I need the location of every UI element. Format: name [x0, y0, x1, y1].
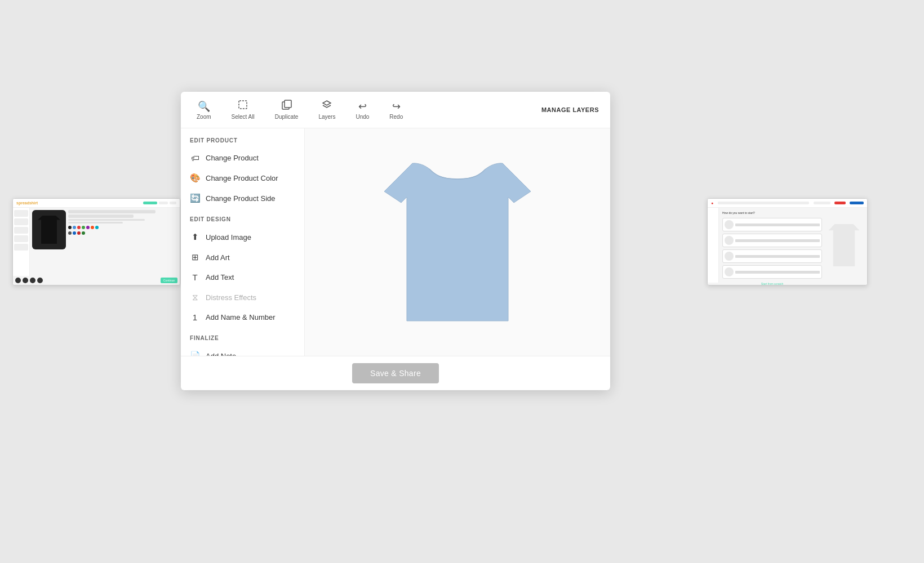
modal-body: EDIT PRODUCT 🏷 Change Product 🎨 Change P…	[181, 128, 610, 356]
manage-layers-label: MANAGE LAYERS	[541, 106, 599, 113]
finalize-title: FINALIZE	[181, 335, 304, 346]
canvas-area	[305, 128, 610, 356]
redo-icon: ↪	[392, 100, 401, 113]
add-art-icon: ⊞	[190, 252, 200, 262]
add-name-number-label: Add Name & Number	[206, 313, 276, 321]
tshirt-preview	[379, 146, 536, 338]
add-art-label: Add Art	[206, 253, 230, 262]
upload-image-icon: ⬆	[190, 232, 200, 242]
save-bar: Save & Share	[181, 356, 610, 390]
toolbar: 🔍 Zoom Select All Duplicate	[181, 92, 610, 128]
add-text-label: Add Text	[206, 273, 234, 282]
change-product-color-icon: 🎨	[190, 173, 200, 183]
distress-effects-label: Distress Effects	[206, 293, 256, 302]
duplicate-label: Duplicate	[275, 114, 299, 120]
left-thumb-button: Continue	[161, 278, 177, 283]
main-modal: 🔍 Zoom Select All Duplicate	[181, 92, 610, 390]
redo-tool[interactable]: ↪ Redo	[385, 98, 407, 122]
layers-tool[interactable]: Layers	[314, 97, 340, 122]
upload-image-label: Upload Image	[206, 233, 251, 242]
redo-label: Redo	[389, 114, 403, 120]
change-product-color-item[interactable]: 🎨 Change Product Color	[181, 168, 304, 188]
upload-image-item[interactable]: ⬆ Upload Image	[181, 227, 304, 247]
select-all-tool[interactable]: Select All	[227, 97, 259, 122]
zoom-label: Zoom	[197, 114, 211, 120]
svg-rect-0	[239, 101, 247, 109]
edit-design-title: EDIT DESIGN	[181, 216, 304, 227]
left-panel: EDIT PRODUCT 🏷 Change Product 🎨 Change P…	[181, 128, 305, 356]
select-all-icon	[238, 100, 248, 113]
left-thumbnail: spreadshirt	[12, 198, 180, 285]
duplicate-icon	[282, 100, 292, 113]
left-thumb-logo: spreadshirt	[16, 201, 38, 205]
add-text-item[interactable]: T Add Text	[181, 267, 304, 287]
right-thumb-logo: ●	[711, 201, 713, 205]
change-product-label: Change Product	[206, 154, 259, 162]
layers-icon	[322, 100, 332, 113]
add-art-item[interactable]: ⊞ Add Art	[181, 247, 304, 267]
select-all-label: Select All	[232, 114, 255, 120]
add-note-item[interactable]: 📄 Add Note	[181, 346, 304, 356]
change-product-color-label: Change Product Color	[206, 174, 278, 182]
distress-effects-icon: ⧖	[190, 292, 200, 302]
undo-icon: ↩	[358, 100, 367, 113]
change-product-side-icon: 🔄	[190, 193, 200, 203]
distress-effects-item: ⧖ Distress Effects	[181, 287, 304, 307]
add-name-number-item[interactable]: 1 Add Name & Number	[181, 307, 304, 327]
svg-rect-2	[285, 100, 291, 108]
zoom-icon: 🔍	[198, 100, 210, 113]
add-note-label: Add Note	[206, 352, 236, 356]
undo-tool[interactable]: ↩ Undo	[351, 98, 374, 122]
add-name-number-icon: 1	[190, 312, 200, 322]
undo-label: Undo	[356, 114, 369, 120]
add-text-icon: T	[190, 272, 200, 282]
change-product-icon: 🏷	[190, 153, 200, 163]
save-share-button[interactable]: Save & Share	[352, 363, 439, 383]
zoom-tool[interactable]: 🔍 Zoom	[192, 98, 216, 122]
change-product-side-item[interactable]: 🔄 Change Product Side	[181, 188, 304, 208]
add-note-icon: 📄	[190, 351, 200, 356]
layers-label: Layers	[318, 114, 335, 120]
change-product-item[interactable]: 🏷 Change Product	[181, 148, 304, 168]
edit-product-title: EDIT PRODUCT	[181, 137, 304, 148]
change-product-side-label: Change Product Side	[206, 194, 276, 203]
right-thumbnail: ● How do you want to start?	[707, 198, 868, 285]
duplicate-tool[interactable]: Duplicate	[270, 97, 303, 122]
